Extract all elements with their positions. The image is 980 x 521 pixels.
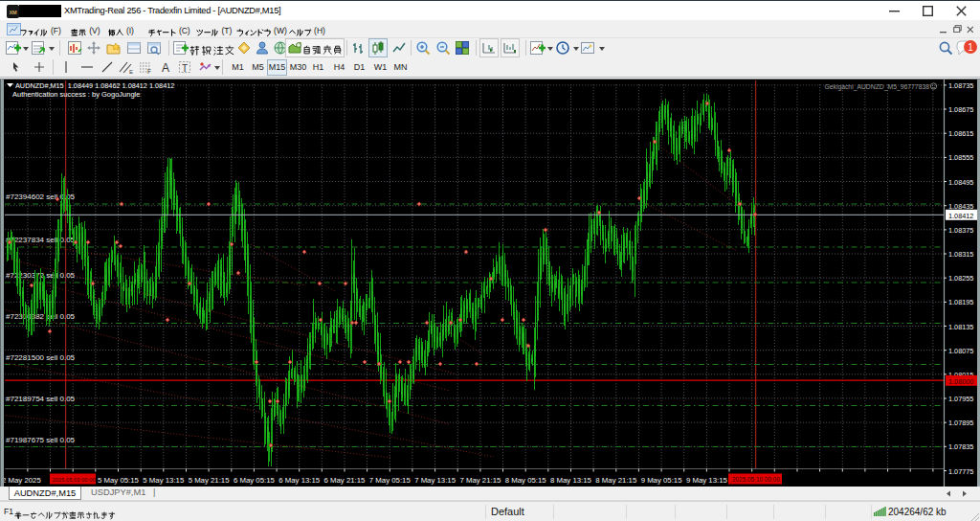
svg-text:5 May 21:15: 5 May 21:15	[189, 476, 231, 485]
svg-text:5 May 13:15: 5 May 13:15	[143, 476, 185, 485]
svg-text:6 May 13:15: 6 May 13:15	[278, 476, 321, 485]
svg-text:1.07835: 1.07835	[948, 442, 973, 451]
svg-text:#72237834 sell 0.05: #72237834 sell 0.05	[6, 236, 76, 244]
svg-text:1.08000: 1.08000	[948, 377, 973, 386]
svg-text:E: E	[129, 69, 133, 75]
svg-text:1.08555: 1.08555	[948, 153, 973, 162]
svg-text:1.08435: 1.08435	[948, 202, 973, 211]
svg-text:1.08195: 1.08195	[948, 298, 973, 306]
svg-text:9 May 13:15: 9 May 13:15	[686, 476, 728, 485]
svg-text:7 May 13:15: 7 May 13:15	[414, 476, 457, 485]
svg-text:1.08412: 1.08412	[948, 212, 973, 220]
svg-text:1: 1	[968, 42, 973, 53]
svg-text:8 May 21:15: 8 May 21:15	[595, 476, 637, 485]
svg-text:1.08735: 1.08735	[948, 81, 973, 90]
svg-text:2 May 2025: 2 May 2025	[2, 476, 41, 485]
svg-text:1.08375: 1.08375	[948, 226, 973, 235]
svg-text:1.07895: 1.07895	[948, 419, 973, 427]
svg-text:F: F	[147, 68, 151, 75]
svg-text:1.08135: 1.08135	[948, 323, 973, 331]
svg-text:AUDNZD#,M15 1.08449 1.08462 1: AUDNZD#,M15 1.08449 1.08462 1.08412 1.08…	[15, 81, 174, 90]
svg-text:#71987675 sell 0.05: #71987675 sell 0.05	[6, 436, 76, 444]
svg-text:Authentication success : by Go: Authentication success : by GogoJungle	[12, 90, 140, 99]
svg-text:Gekigachi_AUDNZD_M5_96777838: Gekigachi_AUDNZD_M5_96777838	[824, 83, 929, 91]
svg-text:#72189754 sell 0.05: #72189754 sell 0.05	[6, 395, 76, 403]
svg-text:1.08615: 1.08615	[948, 129, 973, 138]
svg-text:1.07955: 1.07955	[948, 395, 973, 403]
svg-text:A: A	[162, 61, 169, 75]
svg-text:#72281500 sell 0.05: #72281500 sell 0.05	[6, 353, 76, 362]
svg-text:XM: XM	[9, 10, 17, 15]
svg-text:5 May 05:15: 5 May 05:15	[98, 476, 140, 485]
svg-text:2025.05.03 00:00: 2025.05.03 00:00	[53, 477, 96, 483]
svg-text:#72300382 sell 0.05: #72300382 sell 0.05	[6, 312, 76, 321]
svg-text:1.08255: 1.08255	[948, 274, 973, 283]
svg-text:1.07775: 1.07775	[948, 467, 973, 476]
svg-text:T: T	[182, 63, 188, 74]
svg-text:1.08075: 1.08075	[948, 347, 973, 355]
svg-text:6 May 21:15: 6 May 21:15	[324, 476, 367, 485]
svg-text:9 May 05:15: 9 May 05:15	[641, 476, 683, 485]
svg-text:1.08315: 1.08315	[948, 250, 973, 259]
svg-text:2025.05.10 00:00: 2025.05.10 00:00	[732, 476, 780, 483]
svg-text:7 May 21:15: 7 May 21:15	[459, 476, 501, 485]
svg-text:6 May 05:15: 6 May 05:15	[234, 476, 276, 485]
svg-text:8 May 13:15: 8 May 13:15	[550, 476, 592, 485]
svg-text:1.08675: 1.08675	[948, 105, 973, 114]
svg-text:1.08495: 1.08495	[948, 178, 973, 187]
svg-text:7 May 05:15: 7 May 05:15	[369, 476, 412, 485]
svg-text:8 May 05:15: 8 May 05:15	[505, 476, 547, 485]
